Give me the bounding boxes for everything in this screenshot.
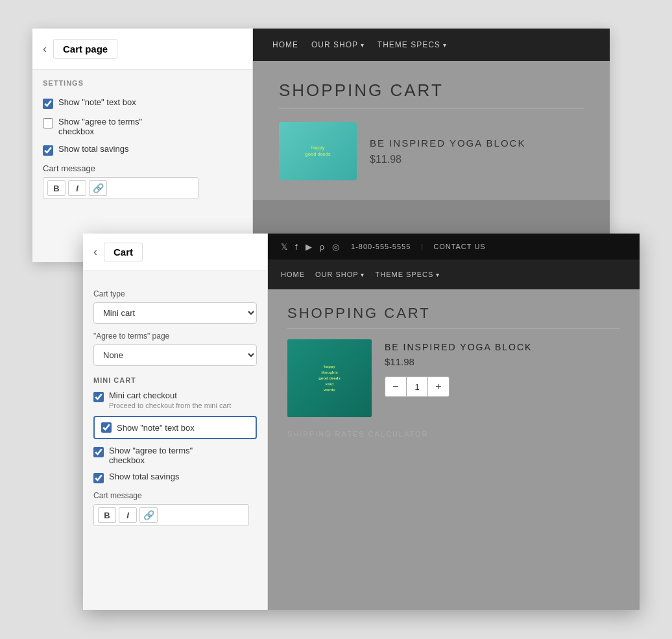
back-product-info: BE INSPIRED YOGA BLOCK $11.98 [370, 138, 584, 165]
front-savings-label[interactable]: Show total savings [109, 472, 179, 481]
back-terms-checkbox[interactable] [43, 118, 53, 128]
back-note-label[interactable]: Show "note" text box [58, 97, 136, 107]
front-nav-home[interactable]: HOME [281, 271, 305, 278]
front-link-button[interactable]: 🔗 [139, 507, 158, 523]
phone-number: 1-800-555-5555 [351, 243, 411, 250]
front-note-highlighted-row: Show "note" text box [93, 416, 257, 439]
front-checkout-row: Mini cart checkout Proceed to checkout f… [93, 391, 257, 409]
back-product-image: happygood deeds [279, 122, 357, 180]
front-top-bar: 𝕏 f ▶ ρ ◎ 1-800-555-5555 | CONTACT US [268, 234, 640, 259]
back-settings-label: SETTINGS [32, 70, 252, 91]
front-checkout-label: Mini cart checkout [109, 391, 231, 400]
front-panel-title: Cart [104, 243, 143, 261]
back-product-price: $11.98 [370, 154, 584, 165]
front-store-content: SHOPPING CART happythoughtsgood deedskin… [268, 289, 640, 610]
qty-increase-button[interactable]: + [428, 377, 449, 396]
back-checkbox-terms: Show "agree to terms"checkbox [43, 117, 242, 136]
facebook-icon[interactable]: f [295, 242, 298, 252]
back-link-button[interactable]: 🔗 [89, 180, 107, 196]
back-savings-checkbox[interactable] [43, 145, 53, 156]
front-checkout-checkbox[interactable] [93, 392, 104, 402]
front-note-checkbox[interactable] [101, 422, 112, 433]
qty-input[interactable]: 1 [406, 377, 428, 396]
front-italic-button[interactable]: I [119, 507, 137, 523]
back-savings-label[interactable]: Show total savings [58, 144, 128, 154]
back-cart-message-label: Cart message [43, 163, 242, 173]
front-product-info: BE INSPIRED YOGA BLOCK $11.98 − 1 + [385, 339, 620, 397]
front-block-text: happythoughtsgood deedskindwords [316, 361, 343, 396]
back-cart-divider [279, 108, 584, 109]
front-store-nav: HOME OUR SHOP THEME SPECS [268, 259, 640, 289]
back-product-name: BE INSPIRED YOGA BLOCK [370, 138, 584, 149]
back-block-text: happygood deeds [302, 142, 333, 160]
front-terms-checkbox[interactable] [93, 447, 104, 457]
twitter-icon[interactable]: 𝕏 [281, 242, 287, 252]
front-cart-divider [287, 328, 620, 329]
back-checkbox-note: Show "note" text box [43, 97, 242, 109]
front-yoga-block-graphic: happythoughtsgood deedskindwords [287, 339, 372, 417]
shipping-rates-label: SHIPPING RATES CALCULATOR [287, 430, 620, 438]
back-panel: ‹ Cart page SETTINGS Show "note" text bo… [32, 29, 610, 262]
front-nav-theme-specs[interactable]: THEME SPECS [375, 271, 440, 278]
front-note-label[interactable]: Show "note" text box [117, 423, 195, 433]
qty-decrease-button[interactable]: − [385, 377, 406, 396]
front-savings-row: Show total savings [93, 472, 257, 483]
front-store-preview: 𝕏 f ▶ ρ ◎ 1-800-555-5555 | CONTACT US HO… [268, 234, 640, 610]
back-sidebar: ‹ Cart page SETTINGS Show "note" text bo… [32, 29, 253, 262]
back-yoga-block-graphic: happygood deeds [279, 122, 357, 180]
front-cart-type-select[interactable]: Mini cart Full page cart [93, 302, 257, 324]
back-store-nav: HOME OUR SHOP THEME SPECS [253, 29, 610, 61]
back-nav-theme-specs[interactable]: THEME SPECS [378, 40, 447, 49]
front-terms-row: Show "agree to terms"checkbox [93, 446, 257, 465]
front-agree-page-label: "Agree to terms" page [93, 332, 257, 341]
instagram-icon[interactable]: ◎ [332, 242, 339, 252]
front-agree-page-select[interactable]: None [93, 344, 257, 366]
front-product-row: happythoughtsgood deedskindwords BE INSP… [287, 339, 620, 417]
back-sidebar-header: ‹ Cart page [32, 29, 252, 70]
front-bold-button[interactable]: B [98, 507, 116, 523]
front-cart-title: SHOPPING CART [287, 305, 620, 322]
front-terms-label: Show "agree to terms"checkbox [109, 446, 193, 465]
pinterest-icon[interactable]: ρ [320, 242, 324, 252]
front-cart-message-label: Cart message [93, 491, 257, 500]
back-checkbox-savings: Show total savings [43, 144, 242, 156]
back-toolbar: B I 🔗 [43, 177, 198, 199]
front-sidebar: ‹ Cart Cart type Mini cart Full page car… [83, 234, 268, 610]
back-nav-shop[interactable]: OUR SHOP [311, 40, 365, 49]
back-button-back[interactable]: ‹ [43, 42, 47, 56]
back-sidebar-body: Show "note" text box Show "agree to term… [32, 91, 252, 206]
back-cart-title: SHOPPING CART [279, 80, 584, 101]
back-terms-label: Show "agree to terms"checkbox [58, 117, 142, 136]
back-nav-home[interactable]: HOME [272, 40, 298, 49]
back-button-front[interactable]: ‹ [93, 245, 97, 259]
back-store-content: SHOPPING CART happygood deeds BE INSPIRE… [253, 61, 610, 200]
front-savings-checkbox[interactable] [93, 473, 104, 483]
front-panel: ‹ Cart Cart type Mini cart Full page car… [83, 234, 640, 610]
front-toolbar: B I 🔗 [93, 504, 249, 526]
back-store-preview: HOME OUR SHOP THEME SPECS SHOPPING CART … [253, 29, 610, 262]
quantity-control: − 1 + [385, 376, 450, 397]
back-panel-title: Cart page [53, 39, 117, 59]
front-mini-cart-label: MINI CART [93, 376, 257, 384]
front-checkout-sublabel: Proceed to checkout from the mini cart [109, 402, 231, 409]
back-italic-button[interactable]: I [68, 180, 86, 196]
contact-us-link[interactable]: CONTACT US [433, 243, 486, 250]
front-cart-type-label: Cart type [93, 289, 257, 298]
front-sidebar-body: Cart type Mini cart Full page cart "Agre… [83, 271, 267, 537]
front-sidebar-header: ‹ Cart [83, 234, 267, 271]
back-note-checkbox[interactable] [43, 99, 53, 109]
front-product-name: BE INSPIRED YOGA BLOCK [385, 342, 620, 352]
front-product-image: happythoughtsgood deedskindwords [287, 339, 372, 417]
front-nav-shop[interactable]: OUR SHOP [315, 271, 365, 278]
back-product-row: happygood deeds BE INSPIRED YOGA BLOCK $… [279, 122, 584, 180]
front-product-price: $11.98 [385, 356, 620, 367]
front-checkout-label-group: Mini cart checkout Proceed to checkout f… [109, 391, 231, 409]
back-bold-button[interactable]: B [47, 180, 66, 196]
youtube-icon[interactable]: ▶ [306, 242, 312, 252]
